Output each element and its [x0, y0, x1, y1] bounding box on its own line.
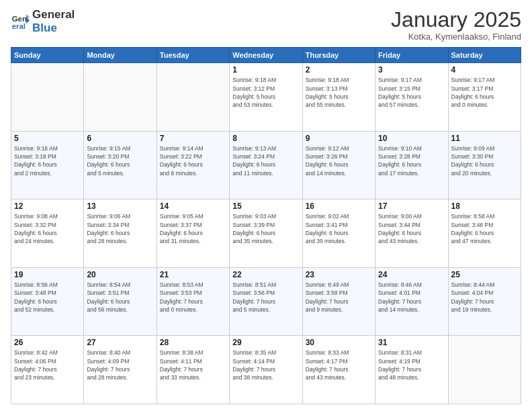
table-row: [84, 63, 157, 132]
table-row: 3Sunrise: 9:17 AM Sunset: 3:15 PM Daylig…: [375, 63, 448, 132]
table-row: 21Sunrise: 8:53 AM Sunset: 3:53 PM Dayli…: [157, 267, 229, 336]
table-row: 12Sunrise: 9:08 AM Sunset: 3:32 PM Dayli…: [11, 199, 84, 268]
table-row: 10Sunrise: 9:10 AM Sunset: 3:28 PM Dayli…: [375, 131, 448, 199]
logo-icon: Gen eral: [11, 12, 30, 31]
table-row: 1Sunrise: 9:18 AM Sunset: 3:12 PM Daylig…: [230, 63, 302, 132]
day-info: Sunrise: 8:53 AM Sunset: 3:53 PM Dayligh…: [160, 281, 226, 314]
table-row: 4Sunrise: 9:17 AM Sunset: 3:17 PM Daylig…: [448, 63, 521, 132]
table-row: 22Sunrise: 8:51 AM Sunset: 3:56 PM Dayli…: [230, 267, 302, 336]
table-row: 20Sunrise: 8:54 AM Sunset: 3:51 PM Dayli…: [84, 267, 157, 336]
day-number: 24: [378, 270, 445, 279]
table-row: 31Sunrise: 8:31 AM Sunset: 4:19 PM Dayli…: [375, 336, 448, 404]
day-number: 19: [14, 270, 81, 279]
day-number: 13: [87, 201, 153, 211]
day-number: 20: [87, 270, 153, 279]
day-info: Sunrise: 8:38 AM Sunset: 4:11 PM Dayligh…: [160, 349, 226, 381]
logo-text: General Blue: [32, 8, 75, 35]
table-row: 9Sunrise: 9:12 AM Sunset: 3:26 PM Daylig…: [302, 131, 375, 199]
location-title: Kotka, Kymenlaakso, Finland: [391, 32, 521, 42]
calendar-week-row: 12Sunrise: 9:08 AM Sunset: 3:32 PM Dayli…: [11, 199, 521, 268]
header-sunday: Sunday: [11, 48, 84, 63]
logo-general: General: [32, 8, 75, 21]
day-number: 3: [378, 65, 445, 75]
table-row: 24Sunrise: 8:46 AM Sunset: 4:01 PM Dayli…: [375, 267, 448, 336]
day-info: Sunrise: 9:10 AM Sunset: 3:28 PM Dayligh…: [378, 144, 445, 177]
day-number: 6: [87, 134, 153, 143]
month-title: January 2025: [391, 8, 521, 32]
day-number: 21: [160, 270, 226, 279]
day-number: 25: [451, 270, 518, 279]
day-info: Sunrise: 9:08 AM Sunset: 3:32 PM Dayligh…: [14, 212, 81, 245]
table-row: 17Sunrise: 9:00 AM Sunset: 3:44 PM Dayli…: [375, 199, 448, 268]
day-number: 14: [160, 201, 226, 211]
day-info: Sunrise: 8:44 AM Sunset: 4:04 PM Dayligh…: [451, 281, 518, 314]
table-row: 23Sunrise: 8:49 AM Sunset: 3:58 PM Dayli…: [302, 267, 375, 336]
day-number: 8: [232, 134, 299, 143]
day-number: 26: [14, 338, 81, 347]
day-number: 29: [232, 338, 299, 347]
day-number: 11: [451, 134, 518, 143]
day-number: 16: [306, 201, 372, 211]
day-number: 7: [160, 134, 226, 143]
day-number: 5: [14, 134, 81, 143]
day-number: 1: [232, 65, 299, 75]
day-info: Sunrise: 8:51 AM Sunset: 3:56 PM Dayligh…: [232, 281, 299, 314]
day-info: Sunrise: 9:18 AM Sunset: 3:13 PM Dayligh…: [306, 76, 372, 109]
calendar-week-row: 1Sunrise: 9:18 AM Sunset: 3:12 PM Daylig…: [11, 63, 521, 132]
table-row: 6Sunrise: 9:15 AM Sunset: 3:20 PM Daylig…: [84, 131, 157, 199]
table-row: [448, 336, 521, 404]
svg-text:eral: eral: [12, 22, 26, 30]
table-row: 28Sunrise: 8:38 AM Sunset: 4:11 PM Dayli…: [157, 336, 229, 404]
day-number: 9: [306, 134, 372, 143]
day-info: Sunrise: 9:00 AM Sunset: 3:44 PM Dayligh…: [378, 212, 445, 245]
day-number: 31: [378, 338, 445, 347]
calendar-week-row: 26Sunrise: 8:42 AM Sunset: 4:06 PM Dayli…: [11, 336, 521, 404]
day-info: Sunrise: 9:09 AM Sunset: 3:30 PM Dayligh…: [451, 144, 518, 177]
day-info: Sunrise: 9:17 AM Sunset: 3:15 PM Dayligh…: [378, 76, 445, 109]
table-row: 18Sunrise: 8:58 AM Sunset: 3:46 PM Dayli…: [448, 199, 521, 268]
table-row: 7Sunrise: 9:14 AM Sunset: 3:22 PM Daylig…: [157, 131, 229, 199]
day-info: Sunrise: 9:16 AM Sunset: 3:18 PM Dayligh…: [14, 144, 81, 177]
day-info: Sunrise: 9:05 AM Sunset: 3:37 PM Dayligh…: [160, 212, 226, 245]
title-block: January 2025 Kotka, Kymenlaakso, Finland: [391, 8, 521, 42]
header-monday: Monday: [84, 48, 157, 63]
day-info: Sunrise: 9:14 AM Sunset: 3:22 PM Dayligh…: [160, 144, 226, 177]
table-row: 25Sunrise: 8:44 AM Sunset: 4:04 PM Dayli…: [448, 267, 521, 336]
logo-blue: Blue: [32, 21, 57, 34]
day-info: Sunrise: 8:42 AM Sunset: 4:06 PM Dayligh…: [14, 349, 81, 381]
table-row: 29Sunrise: 8:35 AM Sunset: 4:14 PM Dayli…: [230, 336, 302, 404]
calendar-header-row: Sunday Monday Tuesday Wednesday Thursday…: [11, 48, 521, 63]
day-number: 2: [306, 65, 372, 75]
calendar-page: Gen eral General Blue January 2025 Kotka…: [0, 0, 532, 411]
calendar-week-row: 19Sunrise: 8:56 AM Sunset: 3:48 PM Dayli…: [11, 267, 521, 336]
day-number: 30: [306, 338, 372, 347]
day-info: Sunrise: 9:18 AM Sunset: 3:12 PM Dayligh…: [232, 76, 299, 109]
day-info: Sunrise: 9:03 AM Sunset: 3:39 PM Dayligh…: [232, 212, 299, 245]
header-thursday: Thursday: [302, 48, 375, 63]
header-saturday: Saturday: [448, 48, 521, 63]
calendar-table: Sunday Monday Tuesday Wednesday Thursday…: [11, 47, 521, 404]
header-wednesday: Wednesday: [230, 48, 302, 63]
day-info: Sunrise: 8:54 AM Sunset: 3:51 PM Dayligh…: [87, 281, 153, 314]
day-info: Sunrise: 8:33 AM Sunset: 4:17 PM Dayligh…: [306, 349, 372, 381]
table-row: 30Sunrise: 8:33 AM Sunset: 4:17 PM Dayli…: [302, 336, 375, 404]
table-row: 19Sunrise: 8:56 AM Sunset: 3:48 PM Dayli…: [11, 267, 84, 336]
table-row: [157, 63, 229, 132]
day-info: Sunrise: 8:31 AM Sunset: 4:19 PM Dayligh…: [378, 349, 445, 381]
day-info: Sunrise: 8:40 AM Sunset: 4:09 PM Dayligh…: [87, 349, 153, 381]
day-number: 17: [378, 201, 445, 211]
day-info: Sunrise: 9:17 AM Sunset: 3:17 PM Dayligh…: [451, 76, 518, 109]
table-row: 15Sunrise: 9:03 AM Sunset: 3:39 PM Dayli…: [230, 199, 302, 268]
day-info: Sunrise: 8:58 AM Sunset: 3:46 PM Dayligh…: [451, 212, 518, 245]
header-tuesday: Tuesday: [157, 48, 229, 63]
day-info: Sunrise: 9:02 AM Sunset: 3:41 PM Dayligh…: [306, 212, 372, 245]
day-info: Sunrise: 9:15 AM Sunset: 3:20 PM Dayligh…: [87, 144, 153, 177]
day-number: 15: [232, 201, 299, 211]
calendar-week-row: 5Sunrise: 9:16 AM Sunset: 3:18 PM Daylig…: [11, 131, 521, 199]
day-info: Sunrise: 8:46 AM Sunset: 4:01 PM Dayligh…: [378, 281, 445, 314]
table-row: 11Sunrise: 9:09 AM Sunset: 3:30 PM Dayli…: [448, 131, 521, 199]
table-row: 16Sunrise: 9:02 AM Sunset: 3:41 PM Dayli…: [302, 199, 375, 268]
day-info: Sunrise: 8:56 AM Sunset: 3:48 PM Dayligh…: [14, 281, 81, 314]
table-row: 5Sunrise: 9:16 AM Sunset: 3:18 PM Daylig…: [11, 131, 84, 199]
table-row: 13Sunrise: 9:06 AM Sunset: 3:34 PM Dayli…: [84, 199, 157, 268]
